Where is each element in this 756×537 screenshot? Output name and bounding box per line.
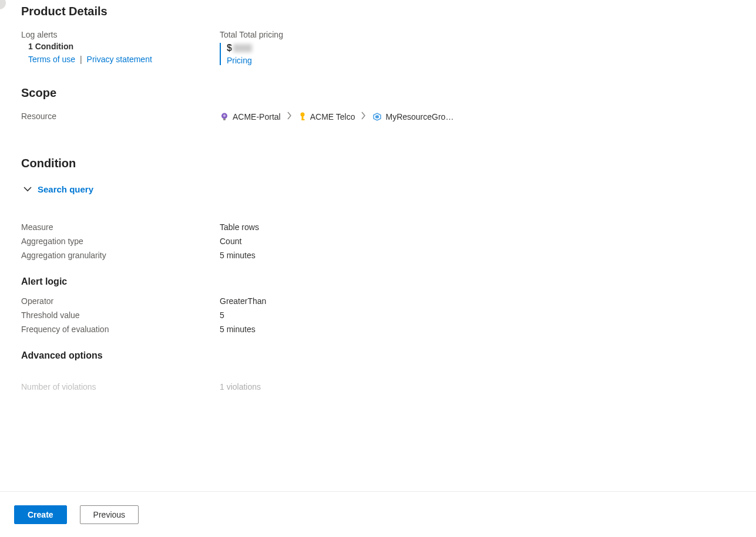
svg-point-2 xyxy=(223,114,226,117)
aggregation-granularity-key: Aggregation granularity xyxy=(21,251,220,260)
threshold-row: Threshold value 5 xyxy=(21,310,756,320)
alert-logic-heading: Alert logic xyxy=(21,276,756,287)
log-alerts-label: Log alerts xyxy=(21,30,220,39)
condition-heading: Condition xyxy=(21,157,756,170)
lightbulb-icon xyxy=(220,112,229,121)
measure-value: Table rows xyxy=(220,222,259,232)
breadcrumb-label: ACME-Portal xyxy=(233,112,281,121)
product-row: Log alerts 1 Condition Terms of use | Pr… xyxy=(21,30,756,65)
breadcrumb-label: MyResourceGro… xyxy=(385,112,453,121)
price-prefix: $ xyxy=(227,43,232,53)
threshold-value: 5 xyxy=(220,310,224,320)
breadcrumb-label: ACME Telco xyxy=(310,112,355,121)
operator-row: Operator GreaterThan xyxy=(21,296,756,306)
scope-heading: Scope xyxy=(21,86,756,100)
aggregation-granularity-row: Aggregation granularity 5 minutes xyxy=(21,251,756,260)
aggregation-granularity-value: 5 minutes xyxy=(220,251,256,260)
frequency-row: Frequency of evaluation 5 minutes xyxy=(21,325,756,334)
search-query-expander[interactable]: Search query xyxy=(23,184,756,194)
advanced-options-heading: Advanced options xyxy=(21,350,756,361)
violations-row: Number of violations 1 violations xyxy=(21,382,756,391)
condition-count: 1 Condition xyxy=(28,42,220,51)
page-content: Product Details Log alerts 1 Condition T… xyxy=(0,0,756,492)
svg-rect-5 xyxy=(301,119,304,120)
operator-key: Operator xyxy=(21,296,220,306)
resource-breadcrumb: ACME-Portal ACME Telco xyxy=(220,112,756,121)
scope-row: Resource ACME-Portal xyxy=(21,112,756,121)
violations-key: Number of violations xyxy=(21,382,220,391)
chevron-right-icon xyxy=(287,112,293,121)
chevron-right-icon xyxy=(361,112,367,121)
key-icon xyxy=(298,112,307,121)
breadcrumb-item-resourcegroup[interactable]: MyResourceGro… xyxy=(372,112,453,121)
aggregation-type-key: Aggregation type xyxy=(21,237,220,246)
frequency-key: Frequency of evaluation xyxy=(21,325,220,334)
footer-bar: Create Previous xyxy=(0,491,756,492)
search-query-label: Search query xyxy=(38,184,93,194)
privacy-statement-link[interactable]: Privacy statement xyxy=(87,55,152,64)
aggregation-type-row: Aggregation type Count xyxy=(21,237,756,246)
terms-of-use-link[interactable]: Terms of use xyxy=(28,55,75,64)
violations-value: 1 violations xyxy=(220,382,261,391)
product-details-heading: Product Details xyxy=(21,5,756,18)
resource-label: Resource xyxy=(21,112,56,121)
measure-row: Measure Table rows xyxy=(21,222,756,232)
price-blurred xyxy=(233,44,252,52)
frequency-value: 5 minutes xyxy=(220,325,256,334)
pricing-link[interactable]: Pricing xyxy=(227,56,756,65)
aggregation-type-value: Count xyxy=(220,237,241,246)
chevron-down-icon xyxy=(23,185,32,194)
measure-key: Measure xyxy=(21,222,220,232)
breadcrumb-item-portal[interactable]: ACME-Portal xyxy=(220,112,281,121)
link-separator: | xyxy=(80,55,82,64)
decorative-bubble xyxy=(0,0,6,9)
operator-value: GreaterThan xyxy=(220,296,266,306)
svg-rect-1 xyxy=(223,119,226,120)
breadcrumb-item-telco[interactable]: ACME Telco xyxy=(298,112,355,121)
total-pricing-label: Total Total pricing xyxy=(220,30,756,39)
resource-group-icon xyxy=(372,112,382,121)
threshold-key: Threshold value xyxy=(21,310,220,320)
